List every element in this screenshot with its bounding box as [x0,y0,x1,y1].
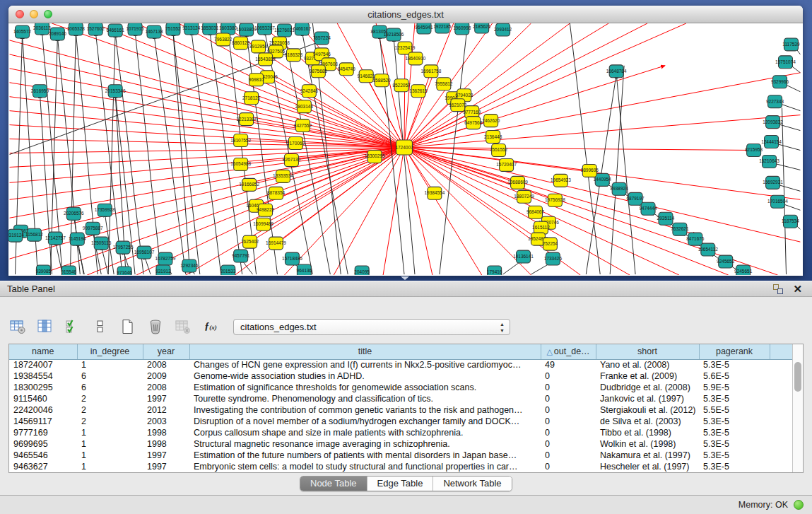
cell-short[interactable]: Jankovic et al. (1997) [596,393,699,404]
graph-node[interactable]: 16210643 [759,155,779,168]
graph-node[interactable]: 7963822 [214,33,233,46]
column-header-out_degree[interactable]: △out_de… [541,344,596,359]
graph-node[interactable]: 1187534 [782,215,799,228]
cell-name[interactable]: 9777169 [9,427,77,438]
cell-name[interactable]: 18724007 [9,359,77,370]
cell-year[interactable]: 1997 [143,461,189,472]
cell-out_degree[interactable]: 0 [541,427,596,438]
cell-filler[interactable] [770,461,792,472]
cell-in_degree[interactable]: 1 [77,438,143,450]
graph-node[interactable]: 18107552 [230,134,251,147]
cell-filler[interactable] [770,393,792,404]
graph-node[interactable]: 8878354 [267,187,286,199]
cell-name[interactable]: 9465546 [9,450,77,461]
cell-in_degree[interactable]: 2 [77,404,143,416]
graph-node[interactable]: 7462620 [482,115,500,127]
tab-edge-table[interactable]: Edge Table [367,477,434,491]
graph-node[interactable]: 1156812 [25,228,43,241]
graph-node[interactable]: 252254 [543,238,558,250]
graph-node[interactable]: 751552 [165,23,181,35]
cell-year[interactable]: 1998 [143,427,189,438]
cell-pagerank[interactable]: 5.6E-5 [699,370,770,382]
cell-name[interactable]: 9463627 [9,461,77,472]
graph-node[interactable]: 16054988 [230,158,251,170]
table-row[interactable]: 946554611997Estimation of the future num… [9,450,792,461]
cell-filler[interactable] [770,416,792,427]
table-scrollbar[interactable] [792,344,803,472]
graph-node[interactable]: 19384554 [424,187,445,199]
cell-out_degree[interactable]: 49 [541,359,596,370]
splitter-handle-icon[interactable] [401,276,409,280]
cell-out_degree[interactable]: 0 [541,393,596,404]
cell-title[interactable]: Estimation of significance thresholds fo… [189,382,541,393]
cell-in_degree[interactable]: 6 [77,382,143,393]
maximize-window-icon[interactable] [44,10,52,18]
cell-pagerank[interactable]: 5.3E-5 [699,359,770,370]
cell-year[interactable]: 2009 [143,370,189,382]
graph-node[interactable]: 12444154 [761,136,782,148]
column-visibility-icon[interactable] [36,317,54,336]
graph-node[interactable]: 12142757 [45,232,66,245]
graph-node[interactable]: 16958107 [134,246,155,259]
graph-node[interactable]: 9319124 [8,229,25,242]
cell-in_degree[interactable]: 1 [77,461,143,472]
cell-year[interactable]: 1998 [143,438,189,450]
graph-node[interactable]: 1292346 [180,259,199,272]
table-settings-icon[interactable] [8,317,27,336]
close-window-icon[interactable] [16,10,24,18]
graph-node[interactable]: 2718126 [242,92,261,105]
graph-node[interactable]: 9329966 [771,76,789,88]
graph-node[interactable]: 8522057 [392,79,411,92]
cell-in_degree[interactable]: 6 [77,370,143,382]
cell-in_degree[interactable]: 1 [77,427,143,438]
tab-node-table[interactable]: Node Table [300,477,367,491]
column-header-name[interactable]: name [9,344,77,359]
graph-node[interactable]: 9457791 [232,250,250,262]
graph-node[interactable]: 16033809 [236,23,257,36]
cell-out_degree[interactable]: 0 [541,382,596,393]
graph-node[interactable]: 7632621 [671,223,689,235]
graph-node[interactable]: 8860128 [232,37,250,49]
cell-pagerank[interactable]: 5.3E-5 [699,393,770,404]
graph-node[interactable]: 9245651 [734,265,753,275]
graph-node[interactable]: 8215953 [745,144,763,157]
graph-node[interactable]: 1960998 [453,23,471,35]
graph-node[interactable]: 1527602 [87,23,105,35]
cell-short[interactable]: Yano et al. (2008) [596,359,699,370]
close-panel-icon[interactable]: ✕ [793,284,802,294]
graph-node[interactable]: 1588520 [372,74,391,87]
cell-out_degree[interactable]: 0 [541,370,596,382]
table-row[interactable]: 2242004622012Investigating the contribut… [9,404,792,416]
cell-short[interactable]: Dudbridge et al. (2008) [596,382,699,393]
graph-node[interactable]: 931912 [155,265,171,275]
graph-node[interactable]: 12213384 [236,113,257,126]
graph-node[interactable]: 19756928 [545,194,565,206]
graph-node[interactable]: 14136141 [513,250,534,263]
graph-node[interactable]: 20206576 [64,207,84,220]
cell-in_degree[interactable]: 2 [77,393,143,404]
delete-table-icon[interactable] [174,317,192,336]
cell-name[interactable]: 9115460 [9,393,77,404]
graph-node[interactable]: 15276021 [274,24,295,37]
cell-title[interactable]: Embryonic stem cells: a model to study s… [189,461,541,472]
graph-node[interactable]: 201533 [220,265,236,275]
cell-year[interactable]: 1997 [143,393,189,404]
graph-node[interactable]: 18640910 [406,52,426,65]
graph-node[interactable]: 2803144 [295,100,314,113]
delete-rows-icon[interactable] [146,317,165,336]
graph-node[interactable]: 19654923 [551,174,571,187]
select-rows-icon[interactable] [64,317,82,336]
minimize-window-icon[interactable] [30,10,38,18]
cell-short[interactable]: Nakamura et al. (1997) [596,450,699,461]
float-panel-icon[interactable] [773,284,783,294]
graph-node[interactable]: 204095 [354,266,370,275]
cell-filler[interactable] [770,438,792,450]
cell-title[interactable]: Corpus callosum shape and size in male p… [189,427,541,438]
graph-node[interactable]: 9242848 [300,85,319,98]
column-header-year[interactable]: year [143,344,189,359]
cell-name[interactable]: 14569117 [9,416,77,427]
cell-pagerank[interactable]: 5.3E-5 [699,427,770,438]
column-header-title[interactable]: title [189,344,541,359]
cell-pagerank[interactable]: 5.3E-5 [699,438,770,450]
graph-node[interactable]: 9245652 [717,255,735,268]
